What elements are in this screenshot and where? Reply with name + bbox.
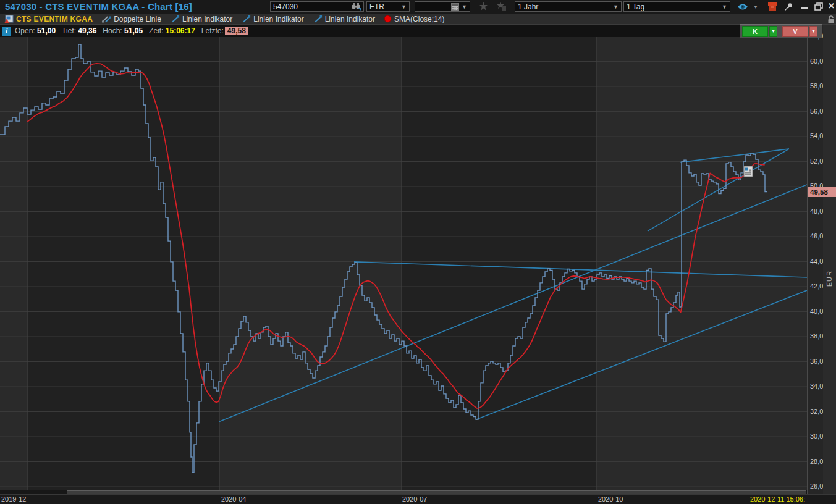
quote-time: Zeit: 15:06:17 bbox=[149, 27, 195, 35]
indicator-label: SMA(Close;14) bbox=[394, 15, 444, 23]
line-indicator-icon bbox=[171, 15, 180, 23]
overlay-label: Linien Indikator bbox=[182, 15, 232, 23]
chevron-down-icon: ▼ bbox=[613, 4, 619, 10]
news-icon bbox=[745, 174, 751, 175]
double-line-icon bbox=[101, 15, 111, 23]
watch-eye-button[interactable] bbox=[736, 3, 749, 10]
interval-select[interactable]: 1 Tag ▼ bbox=[623, 1, 730, 12]
quote-last: Letzte:49,58 bbox=[201, 27, 248, 35]
chevron-down-icon: ▼ bbox=[401, 4, 407, 10]
sma-dot-icon bbox=[384, 15, 392, 23]
sell-dropdown[interactable]: ▼ bbox=[809, 26, 817, 37]
overlay-label: Linien Indikator bbox=[325, 15, 375, 23]
symbol-input[interactable]: 547030 bbox=[273, 2, 351, 11]
snapshot-tool-icon[interactable] bbox=[494, 2, 509, 11]
overlay-item-linien-3[interactable]: Linien Indikator bbox=[314, 15, 375, 23]
window-title: 547030 - CTS EVENTIM KGAA - Chart [16] bbox=[5, 1, 192, 12]
close-x-glyph: ✕ bbox=[828, 1, 835, 10]
chart-legend-toolbar: ! CTS EVENTIM KGAA Doppelte Linie Linien… bbox=[0, 14, 836, 25]
overlay-label: Linien Indikator bbox=[253, 15, 303, 23]
price-axis[interactable]: 62,0060,0058,0056,0054,0052,0050,0048,00… bbox=[807, 25, 823, 494]
legend-instrument-label: CTS EVENTIM KGAA bbox=[16, 15, 93, 23]
period-value: 1 Jahr bbox=[518, 2, 610, 11]
info-icon: i bbox=[2, 27, 11, 36]
restore-button[interactable] bbox=[813, 2, 824, 10]
news-icon bbox=[745, 168, 748, 171]
sell-button[interactable]: V bbox=[782, 26, 808, 37]
quote-infobar: i Open: 51,00 Tief: 49,36 Hoch: 51,05 Ze… bbox=[0, 25, 807, 37]
line-indicator-icon bbox=[314, 15, 323, 23]
overlay-item-linien-1[interactable]: Linien Indikator bbox=[171, 15, 232, 23]
plot-band bbox=[219, 25, 402, 494]
overlay-item-linien-2[interactable]: Linien Indikator bbox=[242, 15, 303, 23]
symbol-search-box[interactable]: 547030 bbox=[270, 1, 364, 12]
chevron-down-icon: ▼ bbox=[462, 4, 467, 10]
exchange-value: ETR bbox=[369, 2, 399, 11]
plot-band bbox=[402, 25, 596, 494]
eye-dropdown-caret[interactable]: ▼ bbox=[752, 4, 759, 10]
news-icon bbox=[749, 170, 751, 172]
window-titlebar: 547030 - CTS EVENTIM KGAA - Chart [16] 5… bbox=[0, 0, 836, 14]
quote-open: Open: 51,00 bbox=[15, 27, 56, 35]
interval-value: 1 Tag bbox=[627, 2, 719, 11]
x-axis-label: 2020-07 bbox=[402, 495, 427, 503]
line-indicator-icon bbox=[242, 15, 251, 23]
exchange-select[interactable]: ETR ▼ bbox=[366, 1, 410, 12]
x-axis-label: 2020-04 bbox=[221, 495, 246, 503]
close-button[interactable]: ✕ bbox=[827, 1, 836, 10]
indicator-item-sma[interactable]: SMA(Close;14) bbox=[384, 15, 444, 23]
quote-high: Hoch: 51,05 bbox=[103, 27, 143, 35]
time-axis[interactable]: 2019-122020-042020-072020-102020-12-11 1… bbox=[0, 494, 836, 504]
overlay-item-doppelte-linie[interactable]: Doppelte Linie bbox=[101, 15, 161, 23]
plot-band bbox=[596, 25, 807, 494]
currency-label: EUR bbox=[825, 271, 833, 287]
archive-box-icon[interactable] bbox=[766, 2, 779, 12]
last-price-chip: 49,58 bbox=[225, 27, 248, 35]
currency-strip: EUR bbox=[823, 25, 836, 494]
x-axis-timestamp: 2020-12-11 15:06: bbox=[750, 495, 805, 503]
series-item-instrument[interactable]: ! CTS EVENTIM KGAA bbox=[4, 15, 93, 23]
x-axis-label: 2019-12 bbox=[1, 495, 26, 503]
pin-icon[interactable] bbox=[782, 2, 795, 11]
trade-panel: K ▼ V ▼ bbox=[740, 24, 822, 38]
chart-alert-icon: ! bbox=[4, 15, 14, 23]
binoculars-icon[interactable] bbox=[351, 2, 361, 10]
plot-band bbox=[0, 25, 28, 494]
last-price-badge: 49,58 bbox=[808, 187, 836, 197]
lock-icon[interactable] bbox=[827, 15, 835, 27]
hscrollbar-thumb[interactable] bbox=[67, 490, 806, 494]
overlay-label: Doppelte Linie bbox=[114, 15, 161, 23]
calculator-icon bbox=[451, 3, 459, 10]
news-icon bbox=[749, 169, 751, 170]
chevron-down-icon: ▼ bbox=[722, 4, 727, 10]
chart-hscrollbar[interactable] bbox=[0, 490, 807, 494]
quote-low: Tief: 49,36 bbox=[62, 27, 96, 35]
compare-tool-icon[interactable] bbox=[476, 2, 491, 11]
period-select[interactable]: 1 Jahr ▼ bbox=[515, 1, 622, 12]
price-chart[interactable] bbox=[0, 25, 807, 494]
buy-dropdown[interactable]: ▼ bbox=[769, 26, 777, 37]
trading-app-window: 547030 - CTS EVENTIM KGAA - Chart [16] 5… bbox=[0, 0, 836, 504]
news-icon bbox=[745, 172, 751, 174]
x-axis-label: 2020-10 bbox=[598, 495, 623, 503]
charttype-select[interactable]: ▼ bbox=[415, 1, 470, 12]
minimize-button[interactable] bbox=[799, 4, 810, 9]
buy-button[interactable]: K bbox=[742, 26, 768, 37]
